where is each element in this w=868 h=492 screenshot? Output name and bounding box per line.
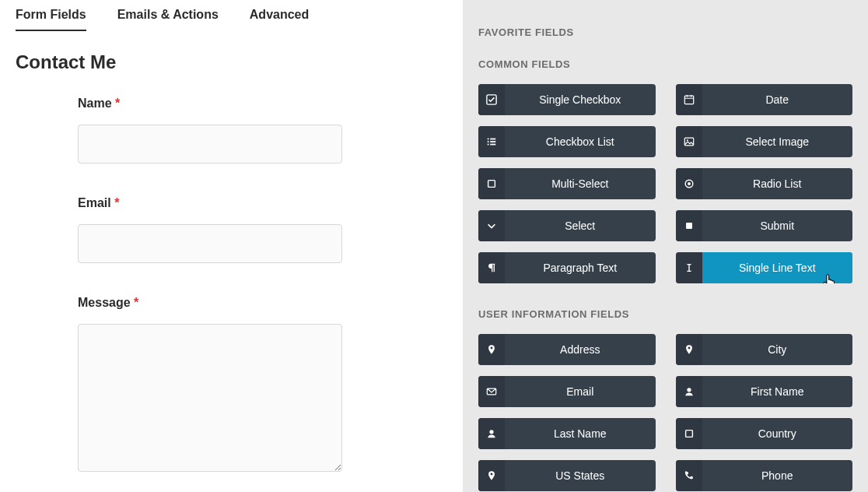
calendar-icon: [676, 84, 702, 115]
required-mark: *: [115, 97, 120, 110]
map-marker-icon: [478, 334, 505, 365]
field-name-label: Name *: [78, 97, 346, 111]
section-user: USER INFORMATION FIELDS: [478, 308, 852, 320]
section-common: COMMON FIELDS: [478, 58, 852, 70]
field-btn-address[interactable]: Address: [478, 334, 656, 365]
field-email[interactable]: Email *: [16, 196, 447, 263]
user-fields-grid: Address City Email First Name Last Name: [478, 334, 852, 491]
required-mark: *: [114, 196, 119, 209]
svg-rect-7: [488, 141, 489, 142]
field-btn-phone[interactable]: Phone: [676, 460, 853, 491]
square-solid-icon: [676, 210, 702, 241]
form-preview-pane: Form Fields Emails & Actions Advanced Co…: [0, 0, 463, 492]
phone-icon: [676, 460, 702, 491]
field-btn-single-line-text[interactable]: Single Line Text: [676, 252, 853, 283]
svg-rect-9: [488, 144, 489, 146]
field-btn-first-name[interactable]: First Name: [676, 376, 853, 407]
email-input[interactable]: [78, 224, 342, 263]
tab-form-fields[interactable]: Form Fields: [16, 5, 86, 31]
chevron-down-icon: [478, 210, 505, 241]
builder-tabs: Form Fields Emails & Actions Advanced: [16, 0, 447, 31]
radio-icon: [676, 168, 702, 199]
field-btn-radio-list[interactable]: Radio List: [676, 168, 853, 199]
envelope-icon: [478, 376, 505, 407]
user-icon: [478, 418, 505, 449]
field-btn-submit[interactable]: Submit: [676, 210, 853, 241]
svg-point-15: [688, 182, 691, 185]
field-btn-us-states[interactable]: US States: [478, 460, 656, 491]
field-message[interactable]: Message *: [16, 296, 447, 475]
checkbox-checked-icon: [478, 84, 505, 115]
square-outline-icon: [478, 168, 505, 199]
field-btn-email[interactable]: Email: [478, 376, 656, 407]
map-marker-icon: [478, 460, 505, 491]
field-btn-last-name[interactable]: Last Name: [478, 418, 656, 449]
form-title[interactable]: Contact Me: [16, 51, 447, 73]
field-btn-checkbox-list[interactable]: Checkbox List: [478, 126, 656, 157]
text-cursor-icon: [676, 252, 702, 283]
field-btn-country[interactable]: Country: [676, 418, 853, 449]
svg-rect-20: [685, 430, 692, 438]
svg-point-18: [687, 388, 691, 392]
svg-rect-1: [684, 96, 693, 104]
tab-emails-actions[interactable]: Emails & Actions: [117, 5, 219, 31]
svg-point-19: [489, 430, 493, 434]
field-palette-pane: FAVORITE FIELDS COMMON FIELDS Single Che…: [463, 0, 868, 492]
name-input[interactable]: [78, 125, 342, 163]
tab-advanced[interactable]: Advanced: [250, 5, 309, 31]
svg-point-12: [686, 139, 688, 141]
list-icon: [478, 126, 505, 157]
svg-rect-13: [488, 181, 495, 188]
field-btn-select[interactable]: Select: [478, 210, 656, 241]
map-marker-icon: [676, 334, 702, 365]
image-icon: [676, 126, 702, 157]
field-email-label: Email *: [78, 196, 346, 210]
field-btn-select-image[interactable]: Select Image: [676, 126, 853, 157]
field-btn-paragraph-text[interactable]: Paragraph Text: [478, 252, 656, 283]
field-name[interactable]: Name *: [16, 97, 447, 163]
section-favorite: FAVORITE FIELDS: [478, 26, 852, 38]
required-mark: *: [134, 296, 138, 309]
field-btn-city[interactable]: City: [676, 334, 853, 365]
user-icon: [676, 376, 702, 407]
field-btn-single-checkbox[interactable]: Single Checkbox: [478, 84, 656, 115]
svg-rect-10: [490, 144, 495, 146]
svg-rect-8: [490, 141, 495, 142]
pointer-cursor-icon: [821, 272, 838, 283]
message-input[interactable]: [78, 324, 342, 472]
square-outline-icon: [676, 418, 702, 449]
paragraph-icon: [478, 252, 505, 283]
field-btn-multi-select[interactable]: Multi-Select: [478, 168, 656, 199]
field-btn-date[interactable]: Date: [676, 84, 853, 115]
svg-rect-11: [684, 138, 693, 146]
svg-rect-5: [488, 139, 489, 140]
svg-rect-6: [490, 139, 495, 140]
common-fields-grid: Single Checkbox Date Checkbox List Selec…: [478, 84, 852, 283]
svg-rect-16: [686, 223, 692, 229]
field-message-label: Message *: [78, 296, 346, 310]
